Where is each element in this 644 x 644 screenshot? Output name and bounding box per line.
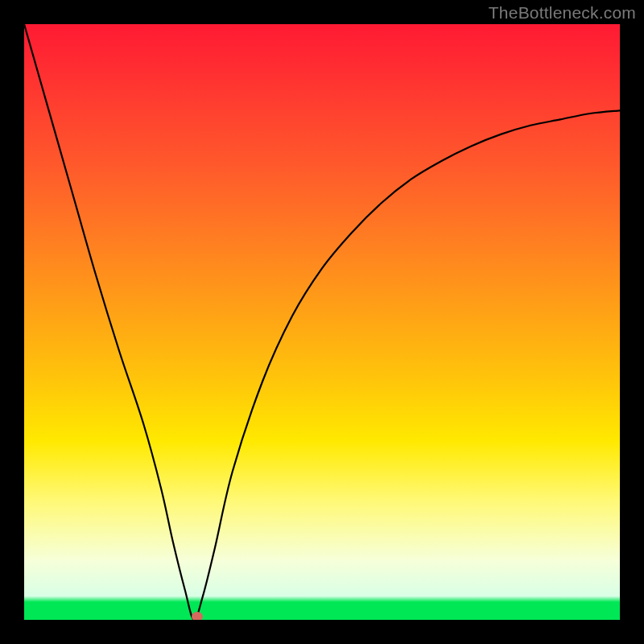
bottleneck-curve	[24, 24, 620, 620]
plot-area	[24, 24, 620, 620]
curve-layer	[24, 24, 620, 620]
watermark-text: TheBottleneck.com	[489, 3, 636, 23]
minimum-marker-icon	[192, 612, 203, 620]
chart-frame: TheBottleneck.com	[0, 0, 644, 644]
